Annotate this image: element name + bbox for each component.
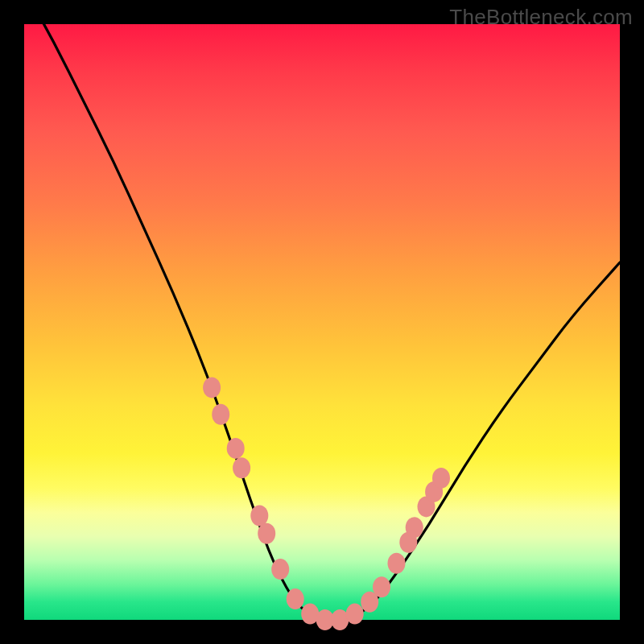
curve-layer — [24, 24, 620, 620]
plot-area — [24, 24, 620, 620]
curve-marker-dot — [212, 404, 229, 425]
curve-markers — [203, 377, 450, 630]
curve-marker-dot — [203, 377, 221, 398]
bottleneck-curve — [24, 0, 620, 620]
curve-marker-dot — [373, 576, 390, 597]
curve-marker-dot — [271, 559, 289, 580]
chart-frame: TheBottleneck.com — [0, 0, 644, 644]
curve-marker-dot — [233, 457, 250, 478]
curve-marker-dot — [258, 523, 275, 544]
curve-marker-dot — [227, 438, 245, 459]
curve-marker-dot — [250, 506, 268, 526]
curve-marker-dot — [432, 468, 450, 489]
curve-marker-dot — [346, 604, 364, 625]
curve-marker-dot — [406, 517, 423, 538]
curve-marker-dot — [388, 553, 406, 574]
curve-marker-dot — [287, 588, 304, 609]
